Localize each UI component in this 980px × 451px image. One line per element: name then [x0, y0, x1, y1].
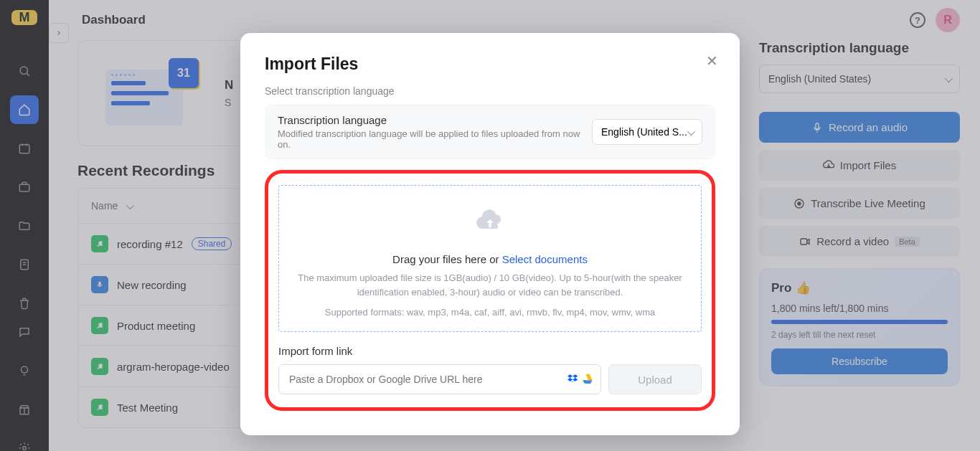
language-block: Transcription language Modified transcri…	[265, 104, 715, 160]
select-documents-link[interactable]: Select documents	[502, 253, 588, 265]
modal-title: Import Files	[265, 54, 715, 74]
file-dropzone[interactable]: Drag your files here or Select documents…	[278, 185, 702, 332]
language-field-hint: Modified transcription language will be …	[278, 128, 580, 150]
dropzone-note-formats: Supported formats: wav, mp3, m4a, caf, a…	[288, 305, 692, 320]
highlight-annotation: Drag your files here or Select documents…	[265, 170, 715, 411]
dropzone-note-size: The maximum uploaded file size is 1GB(au…	[288, 271, 692, 300]
dropbox-icon[interactable]	[567, 374, 579, 385]
google-drive-icon[interactable]	[582, 374, 593, 385]
chevron-down-icon	[687, 126, 693, 138]
close-icon[interactable]: ✕	[702, 52, 721, 70]
modal-language-select[interactable]: English (United S...	[592, 119, 702, 145]
import-files-modal: Import Files ✕ Select transcription lang…	[240, 33, 740, 435]
link-input-wrapper	[278, 364, 601, 394]
link-url-input[interactable]	[286, 365, 565, 394]
dropzone-text: Drag your files here or Select documents	[288, 253, 692, 265]
language-field-label: Transcription language	[278, 114, 580, 126]
modal-subtitle: Select transcription language	[265, 85, 715, 97]
upload-button[interactable]: Upload	[608, 364, 702, 394]
import-link-label: Import form link	[278, 345, 702, 357]
cloud-upload-icon	[473, 207, 507, 236]
